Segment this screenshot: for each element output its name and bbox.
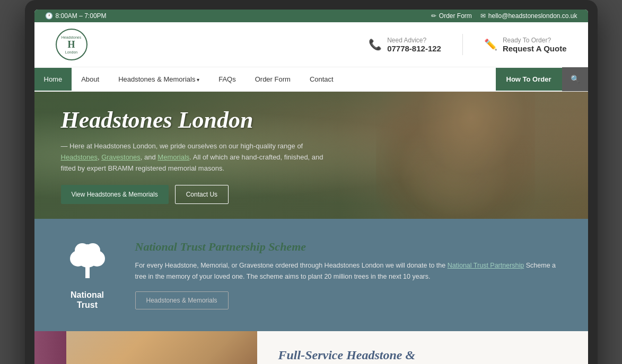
nav-item-order-form[interactable]: Order Form	[246, 68, 300, 91]
header-contact-group: 📞 Need Advice? 07778-812-122 ✏️ Ready To…	[369, 34, 566, 55]
hours-text: 8:00AM – 7:00PM	[56, 12, 107, 20]
phone-label: Need Advice?	[387, 37, 441, 44]
bottom-image	[34, 331, 257, 364]
bottom-image-overlay	[34, 331, 66, 364]
hero-content: Headstones London — Here at Headstones L…	[34, 92, 353, 219]
nav-item-headstones[interactable]: Headstones & Memorials	[109, 68, 209, 91]
hero-statue-decoration	[376, 92, 535, 219]
nav-item-about[interactable]: About	[72, 68, 109, 91]
nav-item-contact[interactable]: Contact	[300, 68, 343, 91]
svg-point-4	[85, 243, 100, 258]
hero-buttons: View Headstones & Memorials Contact Us	[61, 185, 326, 204]
oak-tree-icon	[66, 240, 109, 288]
bottom-section: Full-Service Headstone & Memorial Masonr…	[34, 331, 588, 364]
mail-icon: ✉	[480, 12, 486, 20]
top-bar: 🕐 8:00AM – 7:00PM ✏ Order Form ✉ hello@h…	[34, 10, 588, 22]
nav-cta-button[interactable]: How To Order	[496, 68, 562, 91]
top-bar-right: ✏ Order Form ✉ hello@headstoneslondon.co…	[431, 12, 577, 20]
logo-bottom-text: London	[65, 50, 77, 54]
main-nav: Home About Headstones & Memorials FAQs O…	[34, 67, 588, 92]
national-trust-content: National Trust Partnership Scheme For ev…	[135, 240, 562, 309]
contact-us-button[interactable]: Contact Us	[175, 185, 229, 204]
email-text[interactable]: hello@headstoneslondon.co.uk	[488, 12, 577, 20]
hero-section: Headstones London — Here at Headstones L…	[34, 92, 588, 219]
national-trust-section: National Trust National Trust Partnershi…	[34, 219, 588, 331]
phone-details: Need Advice? 07778-812-122	[387, 37, 441, 53]
site-header: Headstones H London 📞 Need Advice? 07778…	[34, 22, 588, 67]
laptop-frame: 🕐 8:00AM – 7:00PM ✏ Order Form ✉ hello@h…	[25, 0, 598, 364]
nt-headstones-button[interactable]: Headstones & Memorials	[135, 291, 229, 309]
hero-title: Headstones London	[61, 106, 326, 134]
phone-contact[interactable]: 📞 Need Advice? 07778-812-122	[369, 37, 441, 53]
national-trust-name: National Trust	[71, 290, 104, 310]
order-form-item[interactable]: ✏ Order Form	[431, 12, 472, 20]
nt-link[interactable]: National Trust Partnership	[448, 262, 524, 269]
screen: 🕐 8:00AM – 7:00PM ✏ Order Form ✉ hello@h…	[34, 10, 588, 364]
view-headstones-button[interactable]: View Headstones & Memorials	[61, 185, 169, 204]
email-item[interactable]: ✉ hello@headstoneslondon.co.uk	[480, 12, 577, 20]
quote-contact[interactable]: ✏️ Ready To Order? Request A Quote	[484, 37, 567, 53]
top-bar-left: 🕐 8:00AM – 7:00PM	[45, 12, 107, 20]
hero-description: — Here at Headstones London, we pride ou…	[61, 141, 326, 174]
quote-label: Ready To Order?	[503, 37, 567, 44]
nav-item-faqs[interactable]: FAQs	[209, 68, 246, 91]
contact-divider	[462, 34, 463, 55]
quote-link[interactable]: Request A Quote	[503, 44, 567, 53]
pencil-icon: ✏	[431, 12, 436, 20]
phone-icon: 📞	[369, 38, 382, 51]
headstones-link[interactable]: Headstones	[61, 153, 98, 161]
nt-section-title: National Trust Partnership Scheme	[135, 240, 562, 254]
edit-icon: ✏️	[484, 38, 497, 51]
gravestones-link[interactable]: Gravestones	[101, 153, 141, 161]
clock-icon: 🕐	[45, 12, 53, 20]
national-trust-logo: National Trust	[61, 240, 114, 310]
hours-item: 🕐 8:00AM – 7:00PM	[45, 12, 107, 20]
quote-details: Ready To Order? Request A Quote	[503, 37, 567, 53]
memorials-link[interactable]: Memorials	[157, 153, 189, 161]
bottom-title-line1: Full-Service Headstone &	[278, 347, 567, 363]
nav-search-button[interactable]: 🔍	[562, 67, 588, 91]
bottom-title: Full-Service Headstone & Memorial Masonr…	[278, 347, 567, 364]
svg-rect-5	[85, 267, 90, 278]
order-form-link[interactable]: Order Form	[439, 12, 472, 20]
phone-number: 07778-812-122	[387, 44, 441, 53]
logo-top-text: Headstones	[62, 35, 81, 39]
site-logo[interactable]: Headstones H London	[56, 29, 87, 60]
nt-description: For every Headstone, Memorial, or Graves…	[135, 260, 562, 283]
bottom-text-area: Full-Service Headstone & Memorial Masonr…	[257, 331, 588, 364]
logo-initial: H	[67, 39, 75, 50]
nav-item-home[interactable]: Home	[34, 68, 72, 91]
